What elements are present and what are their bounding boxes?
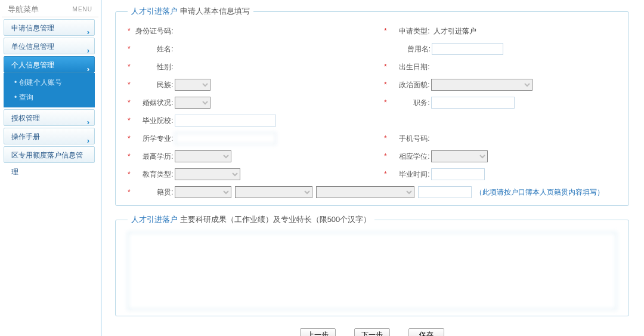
sidebar: 导航菜单 MENU 申请信息管理 › 单位信息管理 › 个人信息管理 › 创建个…	[0, 0, 98, 336]
achievement-legend: 人才引进落户 主要科研成果（工作业绩）及专业特长（限500个汉字）	[128, 214, 374, 225]
sidebar-item-manual[interactable]: 操作手册 ›	[4, 128, 95, 144]
marital-select[interactable]	[175, 97, 210, 109]
origin-district-select[interactable]	[316, 186, 414, 198]
field-major: * 所学专业:	[128, 131, 384, 146]
origin-detail-input[interactable]	[418, 186, 472, 198]
required-star: *	[384, 134, 387, 143]
required-star: *	[128, 81, 131, 89]
school-input[interactable]	[175, 115, 276, 127]
sidebar-item-label: 操作手册	[11, 132, 40, 141]
button-bar: 上一步 下一步 保存	[115, 325, 629, 336]
edu-label: 最高学历:	[132, 152, 175, 162]
origin-city-select[interactable]	[235, 186, 312, 198]
grad-date-label: 毕业时间:	[388, 169, 431, 180]
menu-title: 导航菜单	[8, 2, 39, 17]
field-edu: * 最高学历:	[128, 149, 384, 164]
menu-title-en: MENU	[73, 2, 92, 17]
required-star: *	[384, 81, 387, 89]
marital-label: 婚姻状况:	[132, 98, 175, 108]
field-grad-date: * 毕业时间:	[384, 167, 617, 181]
field-ethnic: * 民族:	[128, 78, 384, 92]
former-name-input[interactable]	[432, 43, 503, 55]
basic-info-legend: 人才引进落户 申请人基本信息填写	[128, 6, 253, 17]
required-star: *	[128, 116, 131, 125]
sidebar-item-label: 个人信息管理	[11, 61, 54, 69]
field-former-name: 曾用名:	[384, 42, 617, 56]
gender-label: 性别:	[132, 62, 175, 72]
required-star: *	[384, 63, 387, 71]
school-label: 毕业院校:	[132, 116, 175, 126]
ethnic-select[interactable]	[175, 79, 210, 91]
required-star: *	[128, 98, 131, 107]
required-star: *	[128, 27, 131, 35]
edu-type-label: 教育类型:	[132, 169, 175, 180]
legend-title: 申请人基本信息填写	[180, 7, 250, 16]
submenu-item-create-account[interactable]: 创建个人账号	[4, 75, 95, 90]
field-apply-type: * 申请类型: 人才引进落户	[384, 24, 617, 38]
edu-type-select[interactable]	[175, 168, 240, 180]
birth-label: 出生日期:	[388, 62, 431, 72]
required-star: *	[128, 152, 131, 161]
sidebar-item-apply-info[interactable]: 申请信息管理 ›	[4, 19, 95, 36]
sidebar-item-label: 区专用额度落户信息管理	[11, 151, 83, 176]
field-edu-type: * 教育类型:	[128, 167, 384, 181]
major-input[interactable]	[175, 132, 276, 144]
prev-button[interactable]: 上一步	[300, 328, 336, 336]
origin-note: （此项请按户口簿本人页籍贯内容填写）	[475, 187, 604, 198]
legend-title: 主要科研成果（工作业绩）及专业特长（限500个汉字）	[180, 215, 371, 224]
politics-select[interactable]	[431, 79, 532, 91]
required-star: *	[128, 63, 131, 71]
sidebar-item-district-quota[interactable]: 区专用额度落户信息管理	[4, 146, 95, 163]
sidebar-item-label: 申请信息管理	[11, 24, 54, 32]
achievement-textarea[interactable]	[128, 232, 617, 310]
grad-date-input[interactable]	[431, 168, 485, 180]
required-star: *	[128, 134, 131, 143]
required-star: *	[128, 170, 131, 178]
sidebar-item-unit-info[interactable]: 单位信息管理 ›	[4, 38, 95, 54]
required-star: *	[384, 152, 387, 161]
chevron-right-icon: ›	[87, 61, 89, 78]
field-birth: * 出生日期:	[384, 60, 617, 74]
field-job: * 职务:	[384, 95, 617, 110]
field-id: * 身份证号码:	[128, 24, 384, 38]
sidebar-item-personal-info[interactable]: 个人信息管理 ›	[4, 56, 95, 73]
major-label: 所学专业:	[132, 134, 175, 144]
required-star: *	[128, 45, 131, 53]
job-input[interactable]	[431, 97, 515, 109]
name-label: 姓名:	[132, 44, 175, 54]
required-star: *	[384, 27, 387, 35]
legend-lead: 人才引进落户	[131, 7, 178, 16]
field-name: * 姓名:	[128, 42, 384, 56]
origin-province-select[interactable]	[175, 186, 231, 198]
politics-label: 政治面貌:	[388, 80, 431, 90]
field-origin: * 籍贯: （此项请按户口簿本人页籍贯内容填写）	[128, 185, 617, 199]
field-school: * 毕业院校:	[128, 113, 617, 128]
edu-select[interactable]	[175, 150, 231, 162]
required-star: *	[384, 98, 387, 107]
origin-label: 籍贯:	[132, 187, 175, 198]
field-marital: * 婚姻状况:	[128, 95, 384, 110]
save-button[interactable]: 保存	[408, 328, 444, 336]
apply-type-label: 申请类型:	[388, 26, 431, 36]
job-label: 职务:	[388, 98, 431, 108]
id-label: 身份证号码:	[132, 26, 175, 36]
field-gender: * 性别:	[128, 60, 384, 74]
legend-lead: 人才引进落户	[131, 215, 178, 224]
degree-label: 相应学位:	[388, 152, 431, 162]
submenu-item-query[interactable]: 查询	[4, 90, 95, 105]
required-star: *	[384, 170, 387, 178]
degree-select[interactable]	[431, 150, 488, 162]
field-phone: * 手机号码:	[384, 131, 617, 146]
sidebar-item-label: 授权管理	[11, 114, 40, 122]
sidebar-item-auth[interactable]: 授权管理 ›	[4, 109, 95, 126]
next-button[interactable]: 下一步	[354, 328, 390, 336]
basic-info-fieldset: 人才引进落户 申请人基本信息填写 * 身份证号码: * 申请类型: 人才引进落户…	[115, 6, 629, 206]
field-degree: * 相应学位:	[384, 149, 617, 164]
apply-type-value: 人才引进落户	[431, 26, 476, 36]
ethnic-label: 民族:	[132, 80, 175, 90]
required-star: *	[128, 188, 131, 196]
submenu: 创建个人账号 查询	[4, 73, 95, 107]
menu-header: 导航菜单 MENU	[2, 2, 98, 17]
sidebar-item-label: 单位信息管理	[11, 42, 54, 51]
former-name-label: 曾用名:	[389, 44, 432, 54]
